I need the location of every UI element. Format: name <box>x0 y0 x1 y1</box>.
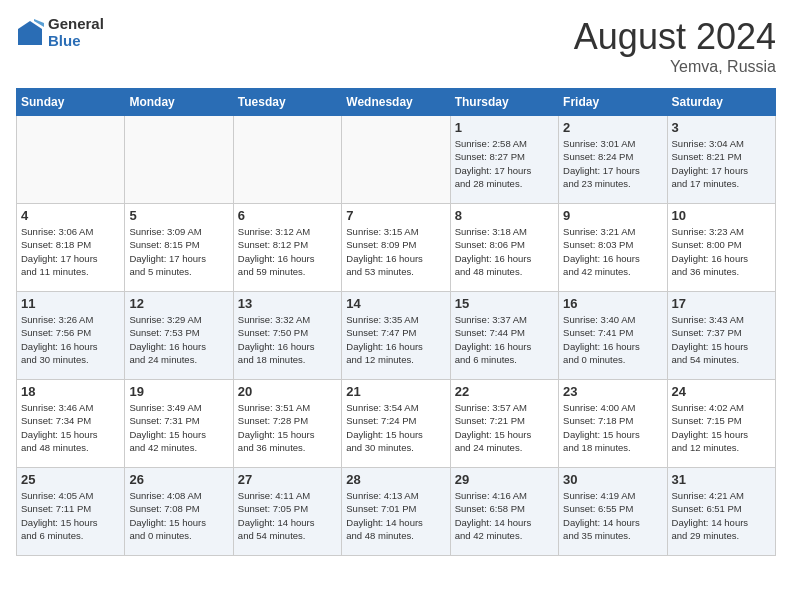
day-number: 3 <box>672 120 771 135</box>
calendar-week-1: 1Sunrise: 2:58 AMSunset: 8:27 PMDaylight… <box>17 116 776 204</box>
day-info: Sunrise: 3:15 AMSunset: 8:09 PMDaylight:… <box>346 225 445 278</box>
day-info: Sunrise: 3:01 AMSunset: 8:24 PMDaylight:… <box>563 137 662 190</box>
weekday-header-sunday: Sunday <box>17 89 125 116</box>
day-number: 22 <box>455 384 554 399</box>
day-number: 4 <box>21 208 120 223</box>
day-number: 16 <box>563 296 662 311</box>
day-info: Sunrise: 4:16 AMSunset: 6:58 PMDaylight:… <box>455 489 554 542</box>
day-number: 13 <box>238 296 337 311</box>
day-number: 26 <box>129 472 228 487</box>
day-info: Sunrise: 3:57 AMSunset: 7:21 PMDaylight:… <box>455 401 554 454</box>
title-block: August 2024 Yemva, Russia <box>574 16 776 76</box>
calendar-table: SundayMondayTuesdayWednesdayThursdayFrid… <box>16 88 776 556</box>
day-number: 28 <box>346 472 445 487</box>
logo-icon <box>16 19 44 47</box>
day-info: Sunrise: 4:00 AMSunset: 7:18 PMDaylight:… <box>563 401 662 454</box>
day-info: Sunrise: 4:11 AMSunset: 7:05 PMDaylight:… <box>238 489 337 542</box>
day-number: 7 <box>346 208 445 223</box>
day-number: 25 <box>21 472 120 487</box>
day-info: Sunrise: 3:54 AMSunset: 7:24 PMDaylight:… <box>346 401 445 454</box>
svg-marker-0 <box>18 21 42 45</box>
day-info: Sunrise: 3:37 AMSunset: 7:44 PMDaylight:… <box>455 313 554 366</box>
day-number: 9 <box>563 208 662 223</box>
day-info: Sunrise: 3:51 AMSunset: 7:28 PMDaylight:… <box>238 401 337 454</box>
calendar-day: 14Sunrise: 3:35 AMSunset: 7:47 PMDayligh… <box>342 292 450 380</box>
calendar-day: 20Sunrise: 3:51 AMSunset: 7:28 PMDayligh… <box>233 380 341 468</box>
calendar-week-2: 4Sunrise: 3:06 AMSunset: 8:18 PMDaylight… <box>17 204 776 292</box>
calendar-day: 16Sunrise: 3:40 AMSunset: 7:41 PMDayligh… <box>559 292 667 380</box>
day-number: 29 <box>455 472 554 487</box>
calendar-day: 18Sunrise: 3:46 AMSunset: 7:34 PMDayligh… <box>17 380 125 468</box>
day-info: Sunrise: 4:13 AMSunset: 7:01 PMDaylight:… <box>346 489 445 542</box>
calendar-day <box>17 116 125 204</box>
day-info: Sunrise: 3:49 AMSunset: 7:31 PMDaylight:… <box>129 401 228 454</box>
page-header: General Blue August 2024 Yemva, Russia <box>16 16 776 76</box>
calendar-day: 24Sunrise: 4:02 AMSunset: 7:15 PMDayligh… <box>667 380 775 468</box>
location-subtitle: Yemva, Russia <box>574 58 776 76</box>
day-number: 27 <box>238 472 337 487</box>
day-number: 20 <box>238 384 337 399</box>
day-info: Sunrise: 3:12 AMSunset: 8:12 PMDaylight:… <box>238 225 337 278</box>
day-info: Sunrise: 3:06 AMSunset: 8:18 PMDaylight:… <box>21 225 120 278</box>
calendar-day: 26Sunrise: 4:08 AMSunset: 7:08 PMDayligh… <box>125 468 233 556</box>
day-number: 15 <box>455 296 554 311</box>
day-info: Sunrise: 4:02 AMSunset: 7:15 PMDaylight:… <box>672 401 771 454</box>
weekday-header-wednesday: Wednesday <box>342 89 450 116</box>
calendar-day: 10Sunrise: 3:23 AMSunset: 8:00 PMDayligh… <box>667 204 775 292</box>
day-number: 10 <box>672 208 771 223</box>
day-number: 8 <box>455 208 554 223</box>
calendar-day <box>342 116 450 204</box>
calendar-week-4: 18Sunrise: 3:46 AMSunset: 7:34 PMDayligh… <box>17 380 776 468</box>
calendar-day: 27Sunrise: 4:11 AMSunset: 7:05 PMDayligh… <box>233 468 341 556</box>
calendar-week-5: 25Sunrise: 4:05 AMSunset: 7:11 PMDayligh… <box>17 468 776 556</box>
calendar-day: 23Sunrise: 4:00 AMSunset: 7:18 PMDayligh… <box>559 380 667 468</box>
calendar-day: 11Sunrise: 3:26 AMSunset: 7:56 PMDayligh… <box>17 292 125 380</box>
calendar-day: 1Sunrise: 2:58 AMSunset: 8:27 PMDaylight… <box>450 116 558 204</box>
weekday-header-thursday: Thursday <box>450 89 558 116</box>
day-number: 5 <box>129 208 228 223</box>
logo-general-text: General <box>48 16 104 33</box>
calendar-day: 5Sunrise: 3:09 AMSunset: 8:15 PMDaylight… <box>125 204 233 292</box>
weekday-header-saturday: Saturday <box>667 89 775 116</box>
calendar-day: 7Sunrise: 3:15 AMSunset: 8:09 PMDaylight… <box>342 204 450 292</box>
day-number: 6 <box>238 208 337 223</box>
logo-text: General Blue <box>48 16 104 49</box>
day-info: Sunrise: 3:40 AMSunset: 7:41 PMDaylight:… <box>563 313 662 366</box>
calendar-day: 21Sunrise: 3:54 AMSunset: 7:24 PMDayligh… <box>342 380 450 468</box>
day-info: Sunrise: 3:32 AMSunset: 7:50 PMDaylight:… <box>238 313 337 366</box>
month-year-title: August 2024 <box>574 16 776 58</box>
logo-blue-text: Blue <box>48 33 104 50</box>
day-info: Sunrise: 3:29 AMSunset: 7:53 PMDaylight:… <box>129 313 228 366</box>
calendar-day: 25Sunrise: 4:05 AMSunset: 7:11 PMDayligh… <box>17 468 125 556</box>
calendar-day: 15Sunrise: 3:37 AMSunset: 7:44 PMDayligh… <box>450 292 558 380</box>
day-number: 1 <box>455 120 554 135</box>
day-number: 11 <box>21 296 120 311</box>
day-info: Sunrise: 2:58 AMSunset: 8:27 PMDaylight:… <box>455 137 554 190</box>
calendar-day: 29Sunrise: 4:16 AMSunset: 6:58 PMDayligh… <box>450 468 558 556</box>
calendar-day <box>233 116 341 204</box>
day-number: 31 <box>672 472 771 487</box>
day-number: 18 <box>21 384 120 399</box>
day-number: 23 <box>563 384 662 399</box>
calendar-day: 9Sunrise: 3:21 AMSunset: 8:03 PMDaylight… <box>559 204 667 292</box>
day-info: Sunrise: 3:21 AMSunset: 8:03 PMDaylight:… <box>563 225 662 278</box>
calendar-day: 6Sunrise: 3:12 AMSunset: 8:12 PMDaylight… <box>233 204 341 292</box>
calendar-day: 19Sunrise: 3:49 AMSunset: 7:31 PMDayligh… <box>125 380 233 468</box>
calendar-day: 30Sunrise: 4:19 AMSunset: 6:55 PMDayligh… <box>559 468 667 556</box>
calendar-day: 17Sunrise: 3:43 AMSunset: 7:37 PMDayligh… <box>667 292 775 380</box>
day-number: 12 <box>129 296 228 311</box>
day-info: Sunrise: 3:04 AMSunset: 8:21 PMDaylight:… <box>672 137 771 190</box>
day-info: Sunrise: 4:19 AMSunset: 6:55 PMDaylight:… <box>563 489 662 542</box>
calendar-day: 3Sunrise: 3:04 AMSunset: 8:21 PMDaylight… <box>667 116 775 204</box>
day-info: Sunrise: 3:23 AMSunset: 8:00 PMDaylight:… <box>672 225 771 278</box>
weekday-header-tuesday: Tuesday <box>233 89 341 116</box>
calendar-day: 2Sunrise: 3:01 AMSunset: 8:24 PMDaylight… <box>559 116 667 204</box>
weekday-header-friday: Friday <box>559 89 667 116</box>
calendar-day: 13Sunrise: 3:32 AMSunset: 7:50 PMDayligh… <box>233 292 341 380</box>
day-info: Sunrise: 3:26 AMSunset: 7:56 PMDaylight:… <box>21 313 120 366</box>
calendar-day: 31Sunrise: 4:21 AMSunset: 6:51 PMDayligh… <box>667 468 775 556</box>
calendar-day <box>125 116 233 204</box>
day-number: 17 <box>672 296 771 311</box>
day-number: 19 <box>129 384 228 399</box>
day-info: Sunrise: 3:35 AMSunset: 7:47 PMDaylight:… <box>346 313 445 366</box>
